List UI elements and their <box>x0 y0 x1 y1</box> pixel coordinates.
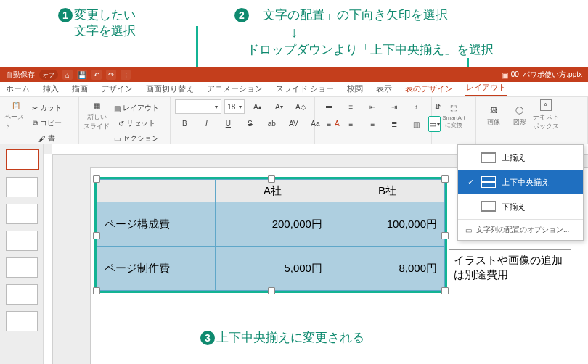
callout-1: 1変更したい 文字を選択 <box>58 7 136 39</box>
cut-button[interactable]: ✂カット <box>29 101 65 115</box>
redo-icon[interactable]: ↷ <box>106 70 116 80</box>
decrease-indent-button[interactable]: ⇤ <box>363 99 382 114</box>
section-button[interactable]: ▭セクション <box>111 131 162 146</box>
valign-top[interactable]: 上揃え <box>458 145 583 170</box>
bottom-align-icon <box>481 201 496 212</box>
undo-icon[interactable]: ↶ <box>91 70 102 80</box>
font-family-select[interactable]: ▾ <box>175 99 221 114</box>
thumbnail-4[interactable] <box>6 231 38 251</box>
brush-icon: 🖌 <box>38 135 46 143</box>
th-a: A社 <box>215 180 330 202</box>
slide-thumbnails <box>0 144 44 364</box>
autosave-toggle[interactable]: オフ <box>39 70 58 80</box>
handle-ne[interactable] <box>441 175 449 183</box>
callout-2b: ドロップダウンより「上下中央揃え」を選択 <box>247 42 494 58</box>
align-right-icon: ≡ <box>370 120 375 128</box>
layout-button[interactable]: ▤レイアウト <box>111 101 162 115</box>
strike-button[interactable]: S <box>240 116 259 131</box>
align-right-button[interactable]: ≡ <box>363 117 382 131</box>
ruler-vertical <box>44 154 53 364</box>
columns-button[interactable]: ▥ <box>407 117 425 131</box>
insert-shape-button[interactable]: ◯ 図形 <box>507 99 533 131</box>
thumbnail-2[interactable] <box>6 177 38 197</box>
row2-label[interactable]: ページ制作費 <box>97 247 216 291</box>
handle-s[interactable] <box>268 287 275 294</box>
char-spacing-button[interactable]: AV <box>284 116 303 131</box>
side-textbox[interactable]: イラストや画像の追加は別途費用 <box>449 249 571 310</box>
tab-design[interactable]: デザイン <box>99 81 134 96</box>
th-blank <box>97 180 216 202</box>
reset-button[interactable]: ↺リセット <box>111 116 162 131</box>
handle-n[interactable] <box>268 175 275 183</box>
columns-icon: ▥ <box>413 120 420 128</box>
line-spacing-button[interactable]: ↕ <box>407 99 425 114</box>
tab-review[interactable]: 校閲 <box>346 81 364 96</box>
valign-more-options[interactable]: ▭ 文字列の配置のオプション... <box>458 219 583 240</box>
th-b: B社 <box>330 180 444 202</box>
align-left-icon: ≡ <box>327 120 331 128</box>
handle-w[interactable] <box>93 232 100 239</box>
tab-transitions[interactable]: 画面切り替え <box>144 81 195 96</box>
thumbnail-3[interactable] <box>6 204 38 224</box>
convert-smartart-button[interactable]: ⬚ SmartArt に変換 <box>438 99 470 131</box>
align-center-icon: ≡ <box>348 120 353 128</box>
tab-view[interactable]: 表示 <box>375 81 393 96</box>
row1-a[interactable]: 200,000円 <box>215 202 330 247</box>
row1-b[interactable]: 100,000円 <box>330 202 444 247</box>
tab-table-layout[interactable]: レイアウト <box>465 80 507 96</box>
window-filename: ▣ 00_パワポ使い方.pptx <box>502 70 582 80</box>
tab-insert[interactable]: 挿入 <box>41 81 60 96</box>
decrease-font-button[interactable]: A▾ <box>269 99 288 114</box>
italic-button[interactable]: I <box>197 116 216 131</box>
format-painter-button[interactable]: 🖌書 <box>29 131 65 146</box>
thumbnail-7[interactable] <box>6 311 38 331</box>
thumbnail-5[interactable] <box>6 257 38 278</box>
handle-nw[interactable] <box>93 175 100 183</box>
home-icon[interactable]: ⌂ <box>62 70 73 80</box>
align-justify-button[interactable]: ≣ <box>385 117 404 131</box>
autosave-label: 自動保存 <box>6 70 35 80</box>
save-icon[interactable]: 💾 <box>77 70 87 80</box>
handle-sw[interactable] <box>93 287 100 294</box>
increase-indent-button[interactable]: ⇥ <box>385 99 404 114</box>
ribbon: 📋 ペースト ✂カット ⧉コピー 🖌書 ▦ 新しい スライド ▤レイアウト ↺リ… <box>0 97 588 145</box>
underline-button[interactable]: U <box>219 116 237 131</box>
copy-button[interactable]: ⧉コピー <box>29 116 65 131</box>
list-ol-icon: ≡ <box>348 103 353 111</box>
new-slide-button[interactable]: ▦ 新しい スライド <box>83 99 110 131</box>
copy-icon: ⧉ <box>33 119 38 128</box>
align-center-button[interactable]: ≡ <box>341 117 360 131</box>
qat-more-icon[interactable]: ⁝ <box>121 70 131 80</box>
callout-3: 3上下中央揃えに変更される <box>200 330 364 346</box>
bold-button[interactable]: B <box>175 116 194 131</box>
selected-table[interactable]: A社 B社 ページ構成費 200,000円 100,000円 ページ制作費 5,… <box>94 177 447 293</box>
row2-b[interactable]: 8,000円 <box>330 247 444 291</box>
tab-slideshow[interactable]: スライド ショー <box>274 81 335 96</box>
row2-a[interactable]: 5,000円 <box>215 247 330 291</box>
handle-e[interactable] <box>441 232 449 239</box>
valign-bottom[interactable]: 下揃え <box>458 194 583 219</box>
check-icon: ✓ <box>465 178 475 187</box>
tab-animations[interactable]: アニメーション <box>205 81 264 96</box>
thumbnail-1[interactable] <box>6 149 39 170</box>
paste-button[interactable]: 📋 ペースト <box>4 99 28 131</box>
file-icon: ▣ <box>502 71 508 79</box>
increase-font-button[interactable]: A▴ <box>248 99 266 114</box>
shadow-button[interactable]: ab <box>262 116 281 131</box>
tab-draw[interactable]: 描画 <box>70 81 89 96</box>
clear-format-button[interactable]: A◇ <box>291 99 310 114</box>
numbering-button[interactable]: ≡ <box>341 99 360 114</box>
insert-textbox-button[interactable]: A テキスト ボックス <box>533 99 559 131</box>
thumbnail-6[interactable] <box>6 284 38 305</box>
new-slide-icon: ▦ <box>91 99 102 111</box>
font-size-select[interactable]: 18▾ <box>224 99 245 114</box>
align-left-button[interactable]: ≡ <box>319 117 338 131</box>
arrow-down-icon: ↓ <box>290 24 298 41</box>
row1-label[interactable]: ページ構成費 <box>97 202 216 247</box>
insert-image-button[interactable]: 🖼 画像 <box>481 99 507 131</box>
tab-table-design[interactable]: 表のデザイン <box>404 81 454 96</box>
valign-middle[interactable]: ✓ 上下中央揃え <box>458 170 583 194</box>
bullets-button[interactable]: ≔ <box>319 99 338 114</box>
tab-home[interactable]: ホーム <box>4 81 31 96</box>
handle-se[interactable] <box>441 287 449 294</box>
